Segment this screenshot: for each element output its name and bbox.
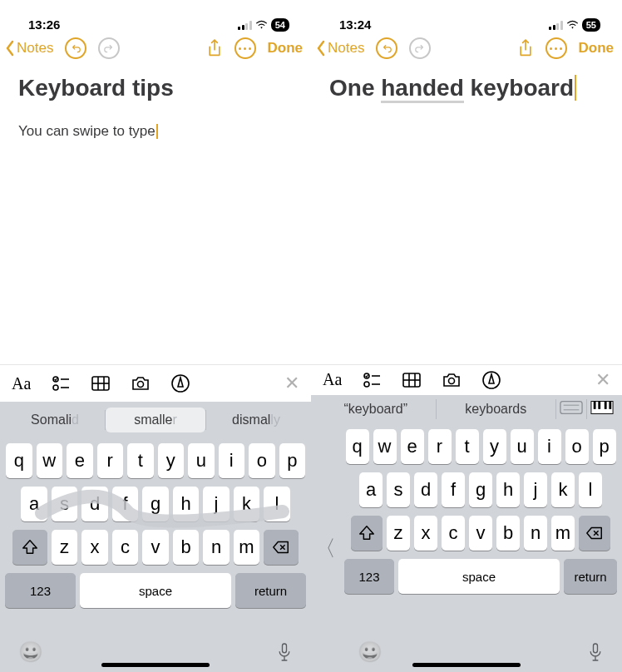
piano-icon[interactable] (587, 400, 617, 418)
key-i[interactable]: i (219, 443, 245, 478)
key-s[interactable]: s (52, 487, 78, 521)
key-s[interactable]: s (387, 472, 410, 507)
key-o[interactable]: o (249, 443, 275, 478)
key-p[interactable]: p (279, 443, 306, 478)
redo-button[interactable] (409, 37, 431, 59)
space-key[interactable]: space (80, 573, 231, 608)
key-y[interactable]: y (158, 443, 185, 478)
undo-button[interactable] (376, 37, 397, 59)
key-z[interactable]: z (387, 516, 410, 551)
emoji-key[interactable]: 😀 (18, 640, 43, 664)
key-c[interactable]: c (112, 530, 139, 565)
key-t[interactable]: t (456, 429, 479, 464)
key-h[interactable]: h (496, 472, 520, 507)
camera-icon[interactable] (131, 373, 151, 393)
key-z[interactable]: z (52, 530, 78, 565)
note-content[interactable]: Keyboard tips You can swipe to type (0, 65, 311, 364)
key-d[interactable]: d (81, 487, 108, 521)
suggestion[interactable]: keyboards (437, 397, 556, 422)
key-f[interactable]: f (442, 472, 465, 507)
key-q[interactable]: q (6, 443, 32, 478)
more-button[interactable] (545, 37, 567, 59)
key-y[interactable]: y (483, 429, 506, 464)
share-icon[interactable] (206, 38, 223, 58)
key-a[interactable]: a (359, 472, 383, 507)
markup-icon[interactable] (481, 370, 501, 390)
key-b[interactable]: b (496, 516, 520, 551)
key-j[interactable]: j (524, 472, 547, 507)
key-x[interactable]: x (81, 530, 108, 565)
key-l[interactable]: l (264, 487, 290, 521)
more-button[interactable] (234, 37, 256, 59)
home-indicator[interactable] (101, 663, 210, 667)
key-k[interactable]: k (551, 472, 575, 507)
done-button[interactable]: Done (268, 40, 304, 57)
home-indicator[interactable] (412, 663, 521, 667)
key-h[interactable]: h (173, 487, 200, 521)
redo-button[interactable] (98, 37, 120, 59)
markup-icon[interactable] (170, 373, 190, 393)
key-n[interactable]: n (524, 516, 547, 551)
key-c[interactable]: c (442, 516, 465, 551)
key-d[interactable]: d (414, 472, 437, 507)
key-u[interactable]: u (511, 429, 534, 464)
checklist-icon[interactable] (51, 373, 71, 393)
key-i[interactable]: i (538, 429, 561, 464)
key-r[interactable]: r (428, 429, 452, 464)
key-u[interactable]: u (188, 443, 215, 478)
backspace-key[interactable] (579, 516, 610, 551)
text-format-icon[interactable]: Aa (323, 370, 342, 389)
key-a[interactable]: a (21, 487, 47, 521)
key-v[interactable]: v (142, 530, 169, 565)
space-key[interactable]: space (398, 559, 560, 594)
key-t[interactable]: t (127, 443, 154, 478)
text-format-icon[interactable]: Aa (12, 374, 31, 393)
expand-keyboard-button[interactable]: 〈 (311, 424, 339, 672)
close-icon[interactable]: ✕ (595, 369, 610, 391)
key-p[interactable]: p (593, 429, 616, 464)
emoji-key[interactable]: 😀 (358, 640, 383, 664)
key-e[interactable]: e (67, 443, 93, 478)
key-k[interactable]: k (234, 487, 260, 521)
suggestion[interactable]: “keyboard” (316, 397, 436, 422)
key-r[interactable]: r (97, 443, 124, 478)
shift-key[interactable] (12, 530, 47, 565)
numbers-key[interactable]: 123 (344, 559, 394, 594)
camera-icon[interactable] (442, 370, 462, 390)
checklist-icon[interactable] (362, 370, 382, 390)
keyboard-swap-icon[interactable] (556, 400, 586, 418)
undo-button[interactable] (65, 37, 86, 59)
key-g[interactable]: g (469, 472, 492, 507)
key-l[interactable]: l (579, 472, 602, 507)
key-o[interactable]: o (565, 429, 589, 464)
key-j[interactable]: j (203, 487, 230, 521)
shift-key[interactable] (351, 516, 383, 551)
key-m[interactable]: m (234, 530, 260, 565)
close-icon[interactable]: ✕ (284, 373, 299, 394)
key-n[interactable]: n (203, 530, 230, 565)
backspace-key[interactable] (264, 530, 299, 565)
table-icon[interactable] (91, 373, 111, 393)
done-button[interactable]: Done (579, 40, 615, 57)
key-f[interactable]: f (112, 487, 139, 521)
back-button[interactable]: Notes (5, 40, 53, 57)
share-icon[interactable] (517, 38, 534, 58)
back-button[interactable]: Notes (316, 40, 364, 57)
key-x[interactable]: x (414, 516, 437, 551)
suggestion[interactable]: Somalid (5, 408, 105, 432)
dictate-key[interactable] (276, 642, 293, 662)
suggestion[interactable]: dismally (206, 408, 306, 432)
key-g[interactable]: g (142, 487, 169, 521)
numbers-key[interactable]: 123 (5, 573, 76, 608)
key-w[interactable]: w (37, 443, 63, 478)
table-icon[interactable] (402, 370, 422, 390)
return-key[interactable]: return (235, 573, 306, 608)
key-q[interactable]: q (346, 429, 369, 464)
key-w[interactable]: w (373, 429, 397, 464)
key-m[interactable]: m (551, 516, 575, 551)
return-key[interactable]: return (564, 559, 617, 594)
suggestion[interactable]: smaller (106, 408, 205, 432)
dictate-key[interactable] (587, 642, 604, 662)
note-content[interactable]: One handed keyboard (311, 65, 622, 364)
key-b[interactable]: b (173, 530, 200, 565)
